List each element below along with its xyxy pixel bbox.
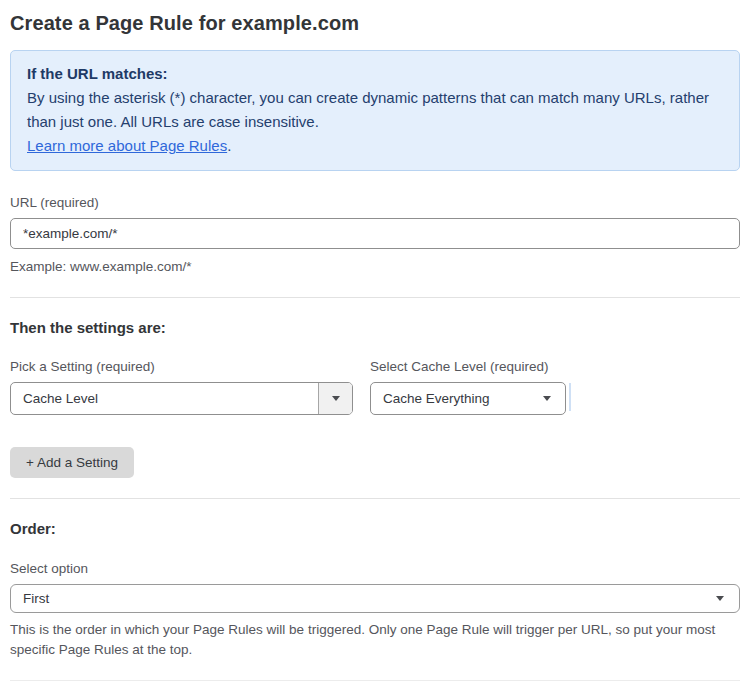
order-select-label: Select option — [10, 561, 740, 576]
learn-more-link[interactable]: Learn more about Page Rules — [27, 137, 227, 154]
url-label: URL (required) — [10, 195, 740, 210]
divider — [10, 297, 740, 298]
page-title: Create a Page Rule for example.com — [10, 12, 740, 35]
url-example-helper: Example: www.example.com/* — [10, 257, 740, 277]
cache-level-picker-group: Select Cache Level (required) Cache Ever… — [370, 359, 566, 415]
url-match-info-box: If the URL matches: By using the asteris… — [10, 50, 740, 171]
info-box-link-line: Learn more about Page Rules. — [27, 134, 723, 158]
cache-level-label: Select Cache Level (required) — [370, 359, 566, 374]
settings-section-heading: Then the settings are: — [10, 319, 740, 336]
divider — [10, 498, 740, 499]
setting-picker-label: Pick a Setting (required) — [10, 359, 353, 374]
link-period: . — [227, 137, 231, 154]
url-input[interactable] — [10, 218, 740, 249]
text-cursor-artifact — [569, 383, 571, 411]
settings-row: Pick a Setting (required) Cache Level Se… — [10, 359, 740, 415]
info-box-heading: If the URL matches: — [27, 62, 723, 86]
cache-level-select-value: Cache Everything — [371, 391, 543, 406]
cache-level-select[interactable]: Cache Everything — [370, 382, 566, 415]
chevron-down-icon — [543, 396, 551, 401]
add-setting-button[interactable]: + Add a Setting — [10, 447, 134, 478]
create-page-rule-form: Create a Page Rule for example.com If th… — [0, 0, 750, 691]
order-select[interactable]: First — [10, 584, 740, 613]
order-select-value: First — [11, 591, 716, 606]
chevron-down-icon — [332, 396, 340, 401]
dropdown-arrow-box — [318, 383, 352, 414]
setting-select-value: Cache Level — [11, 391, 318, 406]
url-field-group: URL (required) Example: www.example.com/… — [10, 195, 740, 277]
chevron-down-icon — [716, 596, 724, 601]
info-box-body: By using the asterisk (*) character, you… — [27, 86, 723, 134]
setting-picker-group: Pick a Setting (required) Cache Level — [10, 359, 353, 415]
order-section-heading: Order: — [10, 520, 740, 537]
order-helper-text: This is the order in which your Page Rul… — [10, 620, 732, 660]
divider — [10, 680, 740, 681]
setting-select[interactable]: Cache Level — [10, 382, 353, 415]
